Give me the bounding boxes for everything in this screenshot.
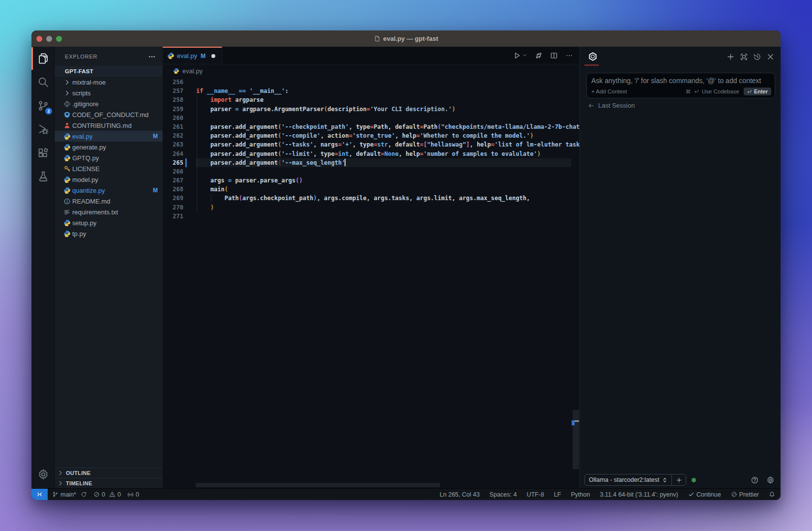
code-editor[interactable]: 256257if __name__ == '__main__':258 impo… xyxy=(163,78,580,488)
document-icon xyxy=(374,35,380,42)
continue-logo-icon xyxy=(588,52,598,61)
file-label: requirements.txt xyxy=(72,208,118,216)
vertical-scrollbar[interactable] xyxy=(573,410,579,469)
chevron-right-icon xyxy=(57,470,64,476)
close-window-button[interactable] xyxy=(36,36,42,42)
code-line-261: 261 parser.add_argument('--checkpoint_pa… xyxy=(163,122,580,131)
project-section-header[interactable]: GPT-FAST xyxy=(55,66,163,77)
chevron-updown-icon xyxy=(662,477,668,483)
section-timeline[interactable]: TIMELINE xyxy=(55,478,163,488)
file-tp-py[interactable]: tp.py xyxy=(55,228,163,239)
file-generate-py[interactable]: generate.py xyxy=(55,142,163,152)
new-session-button[interactable] xyxy=(726,53,735,61)
code-line-265: 265 parser.add_argument('--max_seq_lengt… xyxy=(163,158,580,167)
tab-eval-py[interactable]: eval.py M xyxy=(163,47,222,64)
file-eval-py[interactable]: eval.pyM xyxy=(55,131,163,142)
history-button[interactable] xyxy=(753,53,761,61)
prettier-label: Prettier xyxy=(739,491,759,498)
minimize-window-button[interactable] xyxy=(46,36,52,42)
maximize-window-button[interactable] xyxy=(56,36,62,42)
file-code-of-conduct-md[interactable]: CODE_OF_CONDUCT.md xyxy=(55,109,163,120)
continue-status[interactable]: Continue xyxy=(688,491,721,498)
panel-settings-button[interactable] xyxy=(766,476,775,484)
code-line-259: 259 parser = argparse.ArgumentParser(des… xyxy=(163,105,580,114)
file-quantize-py[interactable]: quantize.pyM xyxy=(55,185,163,196)
compare-icon xyxy=(535,52,543,59)
use-codebase-button[interactable]: Use Codebase xyxy=(685,88,739,94)
remote-icon xyxy=(36,491,43,498)
breadcrumb[interactable]: eval.py xyxy=(163,64,580,78)
line-number: 260 xyxy=(163,114,183,122)
code-line-263: 263 parser.add_argument('--tasks', nargs… xyxy=(163,140,580,149)
activity-source-control-icon[interactable]: 2 xyxy=(31,94,55,118)
close-panel-button[interactable] xyxy=(766,53,775,61)
activity-beaker-icon[interactable] xyxy=(31,165,55,188)
file-requirements-txt[interactable]: requirements.txt xyxy=(55,206,163,217)
add-context-button[interactable]: + Add Context xyxy=(591,88,627,94)
file-label: eval.py xyxy=(72,133,92,140)
open-changes-button[interactable] xyxy=(535,52,543,59)
more-actions-button[interactable] xyxy=(565,52,573,59)
model-selector[interactable]: Ollama - starcoder2:latest xyxy=(584,474,686,486)
activity-search-icon[interactable] xyxy=(31,70,55,94)
section-outline[interactable]: OUTLINE xyxy=(55,468,163,478)
split-editor-button[interactable] xyxy=(550,52,558,59)
line-number: 256 xyxy=(163,78,183,87)
python-icon xyxy=(63,154,71,162)
file-label: setup.py xyxy=(72,219,96,227)
model-selector-value: Ollama - starcoder2:latest xyxy=(585,476,659,483)
ports-status[interactable]: 0 xyxy=(127,491,139,498)
python-icon xyxy=(167,52,174,59)
help-button[interactable] xyxy=(751,476,759,484)
git-branch-status[interactable]: main* xyxy=(52,491,87,498)
window-title: eval.py — gpt-fast xyxy=(374,35,438,42)
prettier-status[interactable]: Prettier xyxy=(731,491,759,498)
interpreter-status[interactable]: 3.11.4 64-bit ('3.11.4': pyenv) xyxy=(600,491,678,498)
chat-input-placeholder: Ask anything, '/' for slash commands, '@… xyxy=(591,77,761,85)
file-contributing-md[interactable]: CONTRIBUTING.md xyxy=(55,120,163,131)
fullscreen-button[interactable] xyxy=(740,53,748,61)
activity-files-icon[interactable] xyxy=(31,47,55,70)
activity-debug-icon[interactable] xyxy=(31,118,55,141)
enter-button[interactable]: Enter xyxy=(744,88,771,95)
run-python-file-button[interactable] xyxy=(513,52,527,59)
explorer-more-actions[interactable]: ⋯ xyxy=(148,53,156,60)
chevron-right-icon xyxy=(57,480,64,487)
python-icon xyxy=(63,132,71,140)
file-label: scripts xyxy=(72,89,91,97)
chevron-right-icon xyxy=(63,89,71,97)
language-status[interactable]: Python xyxy=(571,491,590,498)
notifications-button[interactable] xyxy=(769,491,775,498)
folder-mixtral-moe[interactable]: mixtral-moe xyxy=(55,77,163,88)
gutter-modified-marker xyxy=(185,158,187,167)
file-readme-md[interactable]: README.md xyxy=(55,196,163,206)
file-gptq-py[interactable]: GPTQ.py xyxy=(55,152,163,163)
remote-indicator[interactable] xyxy=(31,489,48,501)
line-number: 268 xyxy=(163,185,183,194)
problems-status[interactable]: 0 0 xyxy=(93,491,121,498)
unsaved-dot-icon[interactable] xyxy=(211,54,215,58)
encoding-status[interactable]: UTF-8 xyxy=(526,491,544,498)
file-label: model.py xyxy=(72,176,98,183)
add-model-button[interactable] xyxy=(672,477,686,483)
code-line-260: 260 xyxy=(163,114,580,122)
file-model-py[interactable]: model.py xyxy=(55,174,163,185)
cursor-position-status[interactable]: Ln 265, Col 43 xyxy=(440,491,480,498)
file-setup-py[interactable]: setup.py xyxy=(55,217,163,228)
activity-extensions-icon[interactable] xyxy=(31,141,55,165)
python-icon xyxy=(63,176,71,183)
folder-scripts[interactable]: scripts xyxy=(55,88,163,98)
horizontal-scrollbar[interactable] xyxy=(196,483,440,487)
last-session-link[interactable]: Last Session xyxy=(588,102,635,109)
chevron-down-icon xyxy=(56,67,64,75)
line-number: 270 xyxy=(163,203,183,212)
line-number: 257 xyxy=(163,87,183,95)
code-line-268: 268 main( xyxy=(163,185,580,194)
activity-gear-icon[interactable] xyxy=(31,463,55,486)
file-license[interactable]: LICENSE xyxy=(55,163,163,174)
chat-input[interactable]: Ask anything, '/' for slash commands, '@… xyxy=(586,73,775,98)
line-number: 258 xyxy=(163,95,183,104)
eol-status[interactable]: LF xyxy=(554,491,561,498)
indentation-status[interactable]: Spaces: 4 xyxy=(490,491,517,498)
file--gitignore[interactable]: .gitignore xyxy=(55,98,163,109)
